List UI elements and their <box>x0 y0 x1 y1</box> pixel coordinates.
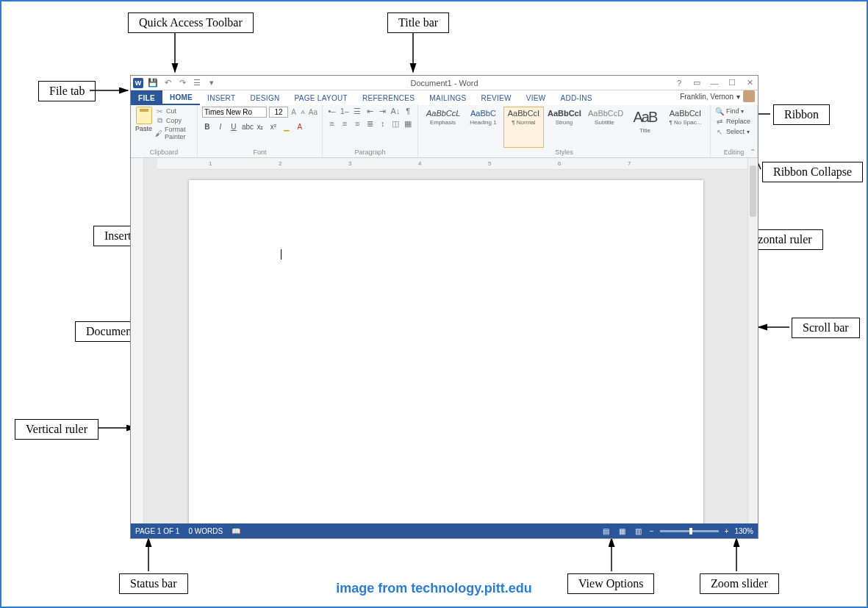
paste-button[interactable]: Paste <box>135 107 152 148</box>
shrink-font-icon[interactable]: A <box>299 108 306 117</box>
callout-status-bar: Status bar <box>119 573 188 594</box>
font-color-button[interactable]: A <box>295 123 305 131</box>
increase-indent-button[interactable]: ⇥ <box>378 107 387 116</box>
group-label-paragraph: Paragraph <box>327 148 413 157</box>
find-button[interactable]: 🔍Find▾ <box>715 107 753 115</box>
underline-button[interactable]: U <box>229 123 239 131</box>
tab-page-layout[interactable]: PAGE LAYOUT <box>287 90 355 105</box>
tab-review[interactable]: REVIEW <box>473 90 518 105</box>
ribbon-group-font: A A Aa B I U abc x₂ x² ▁ A Font <box>198 105 323 157</box>
strikethrough-button[interactable]: abc <box>242 123 252 131</box>
style-nospacing[interactable]: AaBbCcI¶ No Spac... <box>665 107 706 148</box>
minimize-icon[interactable]: — <box>709 78 720 88</box>
justify-button[interactable]: ≣ <box>365 119 375 129</box>
bullets-button[interactable]: •– <box>327 107 337 116</box>
style-normal[interactable]: AaBbCcI¶ Normal <box>503 107 544 148</box>
qat-dropdown-icon[interactable]: ▾ <box>207 78 217 88</box>
align-right-button[interactable]: ≡ <box>353 119 362 129</box>
bold-button[interactable]: B <box>202 123 212 131</box>
zoom-thumb[interactable] <box>689 528 692 534</box>
tab-file[interactable]: FILE <box>131 90 162 105</box>
image-attribution: image from technology.pitt.edu <box>336 581 532 596</box>
touch-mode-icon[interactable]: ☰ <box>192 78 202 88</box>
ruler-tick: 7 <box>628 160 631 167</box>
spellcheck-icon[interactable]: 📖 <box>232 527 240 535</box>
callout-file-tab: File tab <box>38 81 96 101</box>
format-painter-button[interactable]: 🖌Format Painter <box>155 126 193 140</box>
borders-button[interactable]: ▦ <box>403 119 413 129</box>
zoom-out-button[interactable]: − <box>650 527 654 535</box>
zoom-level[interactable]: 130% <box>734 527 753 535</box>
vertical-scrollbar[interactable] <box>747 158 758 523</box>
close-icon[interactable]: ✕ <box>745 78 755 88</box>
word-count[interactable]: 0 WORDS <box>188 527 223 535</box>
callout-view-options: View Options <box>567 573 654 594</box>
style-title[interactable]: AaBTitle <box>625 107 665 148</box>
redo-icon[interactable]: ↷ <box>177 78 187 88</box>
view-web-layout[interactable]: ▥ <box>634 526 644 536</box>
tab-view[interactable]: VIEW <box>519 90 553 105</box>
copy-button[interactable]: ⧉Copy <box>155 116 193 125</box>
sort-button[interactable]: A↓ <box>390 107 400 116</box>
tab-references[interactable]: REFERENCES <box>355 90 422 105</box>
copy-label: Copy <box>166 117 182 124</box>
tab-home[interactable]: HOME <box>162 90 200 105</box>
page-indicator[interactable]: PAGE 1 OF 1 <box>135 527 179 535</box>
view-read-mode[interactable]: ▤ <box>601 526 611 536</box>
grow-font-icon[interactable]: A <box>290 108 298 117</box>
align-center-button[interactable]: ≡ <box>340 119 349 129</box>
scrollbar-thumb[interactable] <box>750 165 756 217</box>
font-name-input[interactable] <box>202 107 267 118</box>
multilevel-button[interactable]: ☰ <box>353 107 362 116</box>
numbering-button[interactable]: 1– <box>340 107 349 116</box>
tab-addins[interactable]: ADD-INS <box>553 90 600 105</box>
superscript-button[interactable]: x² <box>268 123 279 131</box>
show-marks-button[interactable]: ¶ <box>403 107 413 116</box>
user-account[interactable]: Franklin, Vernon ▾ <box>680 90 755 102</box>
tab-mailings[interactable]: MAILINGS <box>422 90 473 105</box>
line-spacing-button[interactable]: ↕ <box>378 119 387 129</box>
horizontal-ruler[interactable]: 1 2 3 4 5 6 7 <box>157 158 747 170</box>
ribbon-collapse-button[interactable]: ⌃ <box>750 148 756 156</box>
undo-icon[interactable]: ↶ <box>162 78 173 88</box>
font-size-input[interactable] <box>269 107 288 118</box>
ribbon-group-paragraph: •– 1– ☰ ⇤ ⇥ A↓ ¶ ≡ ≡ ≡ ≣ ↕ ◫ ▦ <box>323 105 418 157</box>
group-label-font: Font <box>202 148 318 157</box>
vertical-ruler[interactable] <box>131 158 144 523</box>
help-icon[interactable]: ? <box>674 78 684 88</box>
replace-button[interactable]: ⇄Replace <box>715 117 753 126</box>
select-button[interactable]: ↖Select▾ <box>715 127 753 136</box>
ruler-tick: 3 <box>348 160 351 167</box>
ribbon-options-icon[interactable]: ▭ <box>692 78 702 88</box>
style-strong[interactable]: AaBbCcIStrong <box>544 107 584 148</box>
search-icon: 🔍 <box>715 107 724 115</box>
style-emphasis[interactable]: AaBbCcLEmphasis <box>423 107 463 148</box>
save-icon[interactable]: 💾 <box>148 78 158 88</box>
style-heading1[interactable]: AaBbCHeading 1 <box>463 107 503 148</box>
ribbon-tabs: FILE HOME INSERT DESIGN PAGE LAYOUT REFE… <box>131 90 758 105</box>
zoom-in-button[interactable]: + <box>725 527 729 535</box>
window-title: Document1 - Word <box>410 79 478 87</box>
chevron-down-icon: ▾ <box>747 129 750 135</box>
italic-button[interactable]: I <box>215 123 226 131</box>
highlight-button[interactable]: ▁ <box>281 123 292 131</box>
align-left-button[interactable]: ≡ <box>327 119 337 129</box>
decrease-indent-button[interactable]: ⇤ <box>365 107 375 116</box>
shading-button[interactable]: ◫ <box>390 119 400 129</box>
title-bar: W 💾 ↶ ↷ ☰ ▾ Document1 - Word ? ▭ — ☐ ✕ <box>131 76 758 90</box>
cut-button[interactable]: ✂Cut <box>155 107 193 115</box>
callout-ribbon: Ribbon <box>773 104 830 125</box>
style-subtitle[interactable]: AaBbCcDSubtitle <box>584 107 625 148</box>
word-logo-icon: W <box>133 78 143 88</box>
page[interactable] <box>189 180 703 523</box>
document-window[interactable] <box>144 170 747 523</box>
change-case-icon[interactable]: Aa <box>309 108 318 117</box>
maximize-icon[interactable]: ☐ <box>727 78 737 88</box>
tab-design[interactable]: DESIGN <box>243 90 287 105</box>
callout-zoom-slider: Zoom slider <box>700 573 779 594</box>
zoom-slider[interactable] <box>660 530 719 532</box>
subscript-button[interactable]: x₂ <box>255 123 265 131</box>
tab-insert[interactable]: INSERT <box>200 90 243 105</box>
view-print-layout[interactable]: ▦ <box>617 526 628 536</box>
ruler-tick: 2 <box>279 160 281 167</box>
